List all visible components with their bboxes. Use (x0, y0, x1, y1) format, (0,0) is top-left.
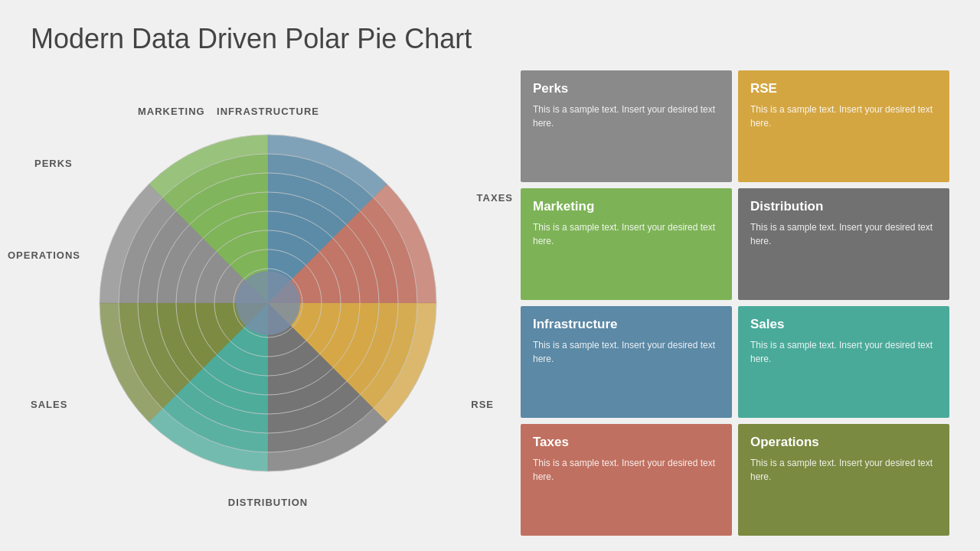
card-marketing-text: This is a sample text. Insert your desir… (533, 220, 720, 248)
card-infrastructure-text: This is a sample text. Insert your desir… (533, 338, 720, 366)
card-marketing: MarketingThis is a sample text. Insert y… (521, 188, 732, 300)
card-sales-text: This is a sample text. Insert your desir… (750, 338, 937, 366)
card-operations: OperationsThis is a sample text. Insert … (738, 424, 949, 536)
card-rse: RSEThis is a sample text. Insert your de… (738, 70, 949, 182)
card-distribution-title: Distribution (750, 199, 937, 214)
card-distribution: DistributionThis is a sample text. Inser… (738, 188, 949, 300)
card-sales-title: Sales (750, 317, 937, 332)
card-operations-title: Operations (750, 435, 937, 450)
label-distribution: DISTRIBUTION (228, 497, 308, 508)
label-marketing: MARKETING (138, 106, 205, 117)
label-operations: OPERATIONS (8, 249, 80, 261)
card-perks-text: This is a sample text. Insert your desir… (533, 103, 720, 130)
card-perks-title: Perks (533, 81, 720, 96)
label-sales: SALES (31, 399, 67, 410)
card-infrastructure: InfrastructureThis is a sample text. Ins… (521, 306, 732, 418)
card-perks: PerksThis is a sample text. Insert your … (521, 70, 732, 182)
label-rse: RSE (471, 399, 494, 410)
card-rse-title: RSE (750, 81, 937, 96)
polar-chart (77, 112, 459, 494)
label-taxes: TAXES (477, 192, 513, 204)
card-operations-text: This is a sample text. Insert your desir… (750, 456, 937, 484)
card-taxes-text: This is a sample text. Insert your desir… (533, 456, 720, 484)
card-taxes-title: Taxes (533, 435, 720, 450)
info-grid: PerksThis is a sample text. Insert your … (521, 70, 949, 536)
label-infrastructure: INFRASTRUCTURE (217, 106, 319, 117)
card-sales: SalesThis is a sample text. Insert your … (738, 306, 949, 418)
page-title: Modern Data Driven Polar Pie Chart (31, 23, 949, 55)
svg-point-12 (236, 271, 300, 335)
card-rse-text: This is a sample text. Insert your desir… (750, 103, 937, 130)
card-marketing-title: Marketing (533, 199, 720, 214)
main-content: INFRASTRUCTURE TAXES RSE DISTRIBUTION SA… (31, 70, 949, 536)
chart-wrapper: INFRASTRUCTURE TAXES RSE DISTRIBUTION SA… (77, 112, 459, 494)
chart-area: INFRASTRUCTURE TAXES RSE DISTRIBUTION SA… (31, 70, 505, 536)
label-perks: PERKS (34, 158, 73, 169)
card-distribution-text: This is a sample text. Insert your desir… (750, 220, 937, 248)
card-taxes: TaxesThis is a sample text. Insert your … (521, 424, 732, 536)
card-infrastructure-title: Infrastructure (533, 317, 720, 332)
